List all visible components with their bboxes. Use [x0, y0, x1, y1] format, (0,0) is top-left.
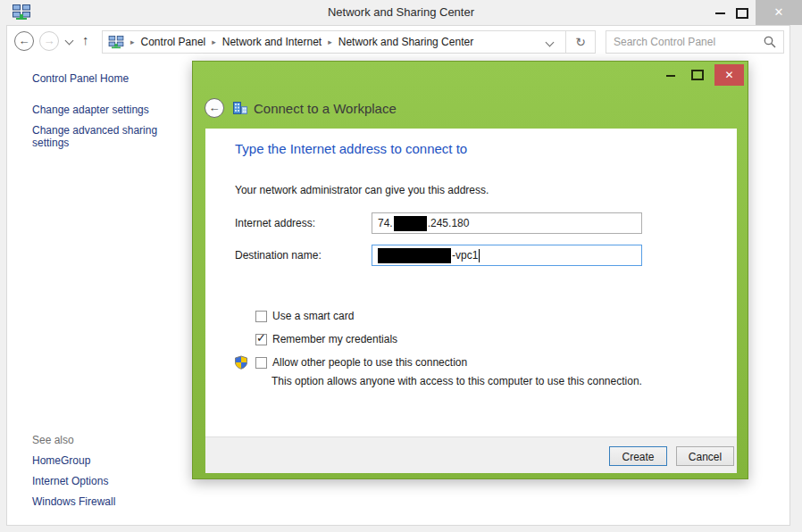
forward-button[interactable]: → — [39, 31, 59, 51]
dialog-title: Connect to a Workplace — [254, 101, 397, 116]
dialog-minimize-icon[interactable] — [666, 75, 675, 77]
maximize-icon[interactable] — [736, 8, 748, 19]
sidebar-item-internet-options[interactable]: Internet Options — [32, 475, 108, 487]
search-box[interactable] — [606, 30, 784, 54]
title-bar: Network and Sharing Center ✕ — [0, 0, 802, 25]
workplace-icon — [232, 100, 248, 116]
dialog-back-button[interactable]: ← — [205, 98, 224, 118]
dialog-content: Type the Internet address to connect to … — [205, 129, 737, 436]
sidebar-item-control-panel-home[interactable]: Control Panel Home — [32, 72, 129, 85]
connect-to-workplace-dialog: ✕ ← Connect to a Workplace Type the Inte… — [192, 61, 748, 479]
window-title: Network and Sharing Center — [0, 0, 802, 25]
breadcrumb-control-panel[interactable]: Control Panel — [141, 36, 206, 48]
sidebar-item-windows-firewall[interactable]: Windows Firewall — [32, 495, 115, 508]
refresh-icon[interactable]: ↻ — [566, 35, 595, 49]
remember-credentials-checkbox[interactable]: ✓ — [255, 334, 267, 345]
remember-credentials-label: Remember my credentials — [272, 333, 397, 345]
close-icon: ✕ — [774, 5, 784, 19]
cancel-button[interactable]: Cancel — [676, 446, 734, 466]
close-icon: ✕ — [724, 69, 733, 81]
use-smart-card-checkbox[interactable] — [255, 311, 267, 322]
connection-sharing-note: This option allows anyone with access to… — [272, 375, 642, 387]
destination-name-label: Destination name: — [235, 249, 322, 262]
minimize-icon[interactable] — [715, 12, 725, 14]
see-also-heading: See also — [32, 434, 74, 446]
dialog-description: Your network administrator can give you … — [235, 184, 489, 196]
dialog-heading: Type the Internet address to connect to — [235, 141, 467, 156]
uac-shield-icon — [234, 355, 248, 370]
allow-other-people-checkbox[interactable] — [255, 357, 267, 369]
address-bar[interactable]: ▸ Control Panel ▸ Network and Internet ▸… — [102, 30, 596, 54]
search-icon[interactable] — [756, 36, 783, 48]
internet-address-value-prefix: 74. — [378, 217, 393, 229]
destination-name-field[interactable]: -vpc1 — [372, 245, 642, 266]
internet-address-label: Internet address: — [235, 217, 315, 229]
dialog-footer: Create Cancel — [205, 436, 737, 473]
sidebar-item-change-adapter-settings[interactable]: Change adapter settings — [32, 104, 149, 116]
back-icon: ← — [19, 34, 30, 47]
create-button[interactable]: Create — [609, 446, 667, 466]
back-button[interactable]: ← — [14, 31, 34, 51]
use-smart-card-label: Use a smart card — [272, 310, 354, 322]
internet-address-field[interactable]: 74. .245.180 — [372, 212, 642, 234]
sidebar-item-change-advanced-sharing-settings[interactable]: Change advanced sharing settings — [32, 124, 175, 149]
breadcrumb-separator-icon: ▸ — [130, 37, 135, 46]
destination-name-value-suffix: -vpc1 — [452, 249, 478, 262]
breadcrumb-separator-icon: ▸ — [212, 37, 216, 46]
text-cursor — [479, 249, 480, 262]
back-icon: ← — [209, 101, 221, 114]
dialog-maximize-icon[interactable] — [691, 70, 704, 80]
check-icon: ✓ — [256, 331, 266, 345]
internet-address-value-suffix: .245.180 — [428, 217, 470, 229]
breadcrumb-network-and-sharing-center[interactable]: Network and Sharing Center — [338, 36, 473, 48]
search-input[interactable] — [606, 36, 756, 48]
redaction-box — [378, 248, 451, 263]
up-icon[interactable]: ↑ — [82, 32, 89, 47]
dialog-close-button[interactable]: ✕ — [714, 64, 744, 86]
forward-icon: → — [44, 34, 55, 47]
breadcrumb-separator-icon: ▸ — [328, 37, 332, 46]
breadcrumb-network-and-internet[interactable]: Network and Internet — [222, 36, 322, 48]
sidebar-item-homegroup[interactable]: HomeGroup — [32, 454, 90, 467]
network-icon — [108, 36, 124, 49]
redaction-box — [394, 216, 427, 231]
allow-other-people-label: Allow other people to use this connectio… — [272, 356, 467, 369]
address-dropdown-chevron-icon[interactable] — [546, 37, 555, 46]
close-button[interactable]: ✕ — [756, 0, 802, 25]
